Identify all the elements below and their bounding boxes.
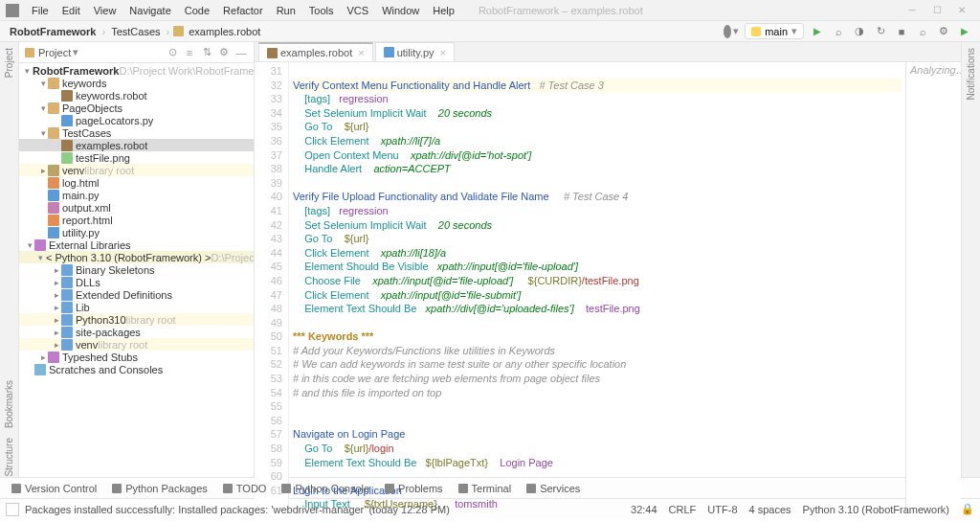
tab-label: utility.py — [397, 47, 434, 58]
python-packages-tab[interactable]: Python Packages — [104, 483, 215, 494]
tree-label: Binary Skeletons — [76, 264, 155, 276]
structure-rail-label[interactable]: Structure — [4, 438, 14, 477]
tree-root[interactable]: ▾ RobotFramework D:\Project Work\RobotFr… — [19, 64, 254, 77]
chevron-right-icon: ▸ — [52, 315, 61, 325]
services-tab[interactable]: Services — [519, 483, 588, 494]
menu-navigate[interactable]: Navigate — [122, 0, 177, 20]
breadcrumb-folder[interactable]: TestCases — [109, 26, 162, 37]
project-rail-label[interactable]: Project — [4, 48, 14, 78]
run-target-icon[interactable]: ▶ — [957, 24, 972, 39]
collapse-all-icon[interactable]: ⇅ — [198, 46, 215, 58]
tree-label: utility.py — [62, 227, 100, 238]
editor-area: examples.robot × utility.py × 3132333435… — [255, 42, 961, 477]
tree-label: Scratches and Consoles — [49, 364, 163, 375]
tree-file-report-html[interactable]: report.html — [19, 214, 254, 226]
minimize-icon[interactable]: ─ — [900, 0, 924, 20]
tree-folder-venv[interactable]: ▸venv library root — [19, 164, 254, 176]
status-line-sep[interactable]: CRLF — [663, 504, 702, 515]
maximize-icon[interactable]: ☐ — [924, 0, 949, 20]
tree-python310[interactable]: ▸Python310 library root — [19, 313, 254, 326]
bookmarks-rail-label[interactable]: Bookmarks — [4, 380, 14, 428]
status-interpreter[interactable]: Python 3.10 (RobotFramework) — [797, 504, 955, 515]
editor-code[interactable]: Verify Context Menu Functionality and Ha… — [289, 62, 905, 513]
hide-icon[interactable]: — — [233, 47, 250, 58]
tree-path: D:\Project Work\RobotFramework — [119, 65, 254, 77]
menu-refactor[interactable]: Refactor — [216, 0, 270, 20]
menu-view[interactable]: View — [87, 0, 123, 20]
tree-file-log-html[interactable]: log.html — [19, 176, 254, 189]
tree-external-libraries[interactable]: ▾External Libraries — [19, 238, 254, 251]
library-icon — [34, 239, 46, 251]
status-caret-pos[interactable]: 32:44 — [625, 504, 663, 515]
notifications-rail-label[interactable]: Notifications — [966, 48, 976, 100]
select-opened-icon[interactable]: ⊙ — [164, 46, 181, 58]
tree-file-testfile-png[interactable]: testFile.png — [19, 151, 254, 164]
menu-edit[interactable]: Edit — [56, 0, 87, 20]
tree-site-packages[interactable]: ▸site-packages — [19, 326, 254, 338]
chevron-down-icon: ▾ — [38, 253, 43, 262]
close-icon[interactable]: ✕ — [949, 0, 974, 20]
scratch-icon — [34, 364, 46, 375]
tree-scratches[interactable]: Scratches and Consoles — [19, 363, 254, 375]
folder-icon — [61, 277, 73, 288]
tree-python-sdk[interactable]: ▾< Python 3.10 (RobotFramework) > D:\Pro… — [19, 251, 254, 263]
tree-typeshed[interactable]: ▸Typeshed Stubs — [19, 351, 254, 363]
tree-folder-keywords[interactable]: ▾keywords — [19, 77, 254, 89]
tree-note: library root — [84, 165, 134, 176]
menu-code[interactable]: Code — [178, 0, 216, 20]
breadcrumb-root[interactable]: RobotFramework — [8, 26, 98, 37]
search-icon[interactable]: ⌕ — [915, 24, 930, 39]
rerun-icon[interactable]: ↻ — [873, 24, 888, 39]
menu-tools[interactable]: Tools — [302, 0, 341, 20]
coverage-icon[interactable]: ◑ — [852, 24, 867, 39]
tree-lib[interactable]: ▸Lib — [19, 301, 254, 313]
project-header-label[interactable]: Project — [38, 47, 71, 58]
tree-file-main-py[interactable]: main.py — [19, 189, 254, 201]
services-icon — [526, 484, 536, 493]
tree-file-pagelocators[interactable]: pageLocators.py — [19, 114, 254, 126]
tree-binary-skeletons[interactable]: ▸Binary Skeletons — [19, 263, 254, 276]
tab-utility-py[interactable]: utility.py × — [375, 42, 455, 61]
gear-icon[interactable]: ⚙ — [215, 46, 233, 58]
tab-examples-robot[interactable]: examples.robot × — [258, 42, 373, 61]
stop-icon[interactable]: ■ — [894, 24, 909, 39]
python-console-tab[interactable]: Python Console — [274, 483, 377, 494]
close-tab-icon[interactable]: × — [358, 47, 364, 58]
tree-file-keywords-robot[interactable]: keywords.robot — [19, 89, 254, 102]
tree-dlls[interactable]: ▸DLLs — [19, 276, 254, 288]
breadcrumb-file[interactable]: examples.robot — [187, 26, 262, 37]
menu-vcs[interactable]: VCS — [341, 0, 376, 20]
todo-tab[interactable]: TODO — [215, 483, 275, 494]
menu-file[interactable]: File — [25, 0, 56, 20]
run-config-selector[interactable]: main ▾ — [745, 23, 804, 39]
inspections-widget[interactable]: Analyzing… — [905, 62, 961, 513]
lock-icon[interactable]: 🔒 — [961, 503, 974, 515]
tree-file-output-xml[interactable]: output.xml — [19, 201, 254, 214]
python-icon — [751, 27, 761, 36]
close-tab-icon[interactable]: × — [440, 47, 446, 58]
menu-run[interactable]: Run — [270, 0, 302, 20]
menu-window[interactable]: Window — [375, 0, 426, 20]
tree-extended-definitions[interactable]: ▸Extended Definitions — [19, 288, 254, 301]
tree-file-examples-robot[interactable]: examples.robot — [19, 139, 254, 151]
project-tree[interactable]: ▾ RobotFramework D:\Project Work\RobotFr… — [19, 63, 254, 477]
menu-help[interactable]: Help — [426, 0, 461, 20]
project-header-icon — [25, 48, 34, 57]
tree-venv2[interactable]: ▸venv library root — [19, 338, 254, 351]
tree-folder-testcases[interactable]: ▾TestCases — [19, 126, 254, 139]
version-control-tab[interactable]: Version Control — [4, 483, 104, 494]
tree-folder-pageobjects[interactable]: ▾PageObjects — [19, 102, 254, 114]
tool-window-toggle-icon[interactable] — [6, 503, 19, 516]
debug-icon[interactable]: ⌕ — [831, 24, 846, 39]
expand-all-icon[interactable]: ≡ — [181, 47, 198, 58]
tree-label: log.html — [62, 177, 100, 189]
settings-icon[interactable]: ⚙ — [936, 24, 951, 39]
run-icon[interactable]: ▶ — [810, 24, 825, 39]
problems-tab[interactable]: Problems — [377, 483, 450, 494]
chevron-right-icon: ▸ — [38, 166, 48, 175]
status-indent[interactable]: 4 spaces — [744, 504, 797, 515]
tree-file-utility-py[interactable]: utility.py — [19, 226, 254, 238]
terminal-tab[interactable]: Terminal — [451, 483, 520, 494]
user-icon[interactable]: ▾ — [724, 24, 739, 39]
status-encoding[interactable]: UTF-8 — [702, 504, 743, 515]
